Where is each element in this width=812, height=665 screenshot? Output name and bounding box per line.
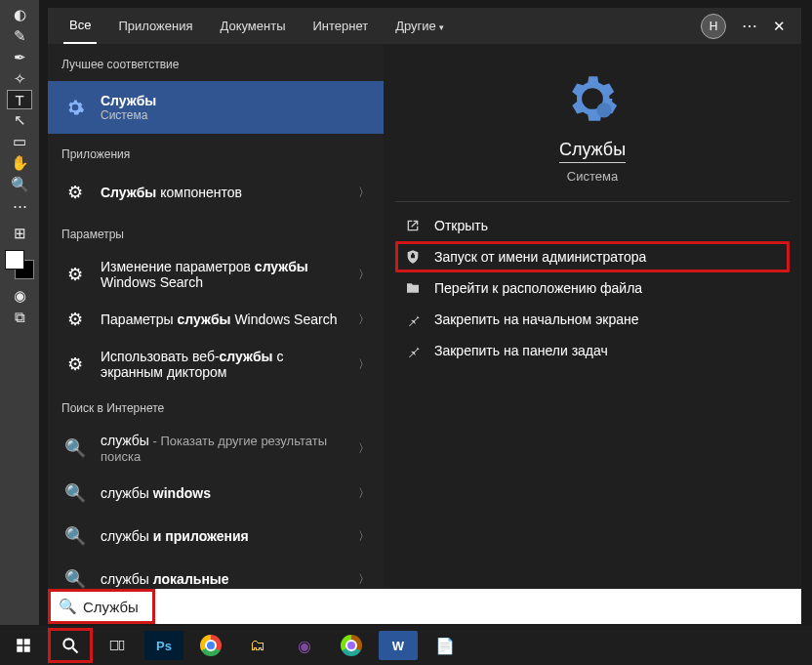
screenmode-icon[interactable]: ⧉ [6,307,33,328]
tab-documents[interactable]: Документы [214,9,291,43]
chevron-right-icon: 〉 [358,356,370,373]
result-best-match[interactable]: Службы Система [48,81,384,134]
chevron-down-icon: ▾ [439,22,444,32]
taskbar-notepad[interactable]: 📄 [426,631,465,660]
svg-point-0 [596,103,611,117]
section-apps: Приложения [48,134,384,171]
result-web-windows[interactable]: 🔍 службы windows 〉 [48,472,384,515]
chevron-right-icon: 〉 [358,267,370,283]
search-icon: 🔍 [61,522,89,550]
chevron-right-icon: 〉 [358,485,370,502]
tab-internet[interactable]: Интернет [306,9,374,43]
svg-rect-4 [119,642,124,650]
chevron-right-icon: 〉 [358,185,370,201]
healing-tool[interactable]: ✎ [6,25,33,47]
gear-icon [61,94,89,121]
search-box[interactable]: 🔍 [48,589,155,624]
search-filter-tabs: Все Приложения Документы Интернет Другие… [48,8,801,44]
gears-icon: ⚙ [61,179,89,206]
brush-tool[interactable]: ✒ [6,47,33,68]
search-icon: 🔍 [61,435,89,462]
gear-large-icon [567,73,618,128]
result-title: Службы [101,93,370,108]
pin-icon [405,343,421,358]
chevron-right-icon: 〉 [358,440,370,457]
app-left-toolbar: ◐ ✎ ✒ ✧ T ↖ ▭ ✋ 🔍 ⋯ ⊞ ◉ ⧉ [0,0,39,625]
pointer-tool[interactable]: ↖ [6,109,33,131]
section-settings: Параметры [48,214,384,251]
search-input-row: 🔍 [48,589,801,624]
search-icon: 🔍 [59,598,77,615]
zoom-tool[interactable]: 🔍 [6,174,33,195]
detail-subtitle: Система [567,169,618,184]
chevron-right-icon: 〉 [358,571,370,588]
svg-rect-3 [110,642,118,650]
taskbar-tor[interactable]: ◉ [285,631,324,660]
result-web-more[interactable]: 🔍 службы - Показать другие результаты по… [48,425,384,472]
result-subtitle: Система [101,108,370,122]
result-setting-narrator-web[interactable]: ⚙ Использовать веб-службы с экранным дик… [48,341,384,388]
detail-column: Службы Система Открыть Запуск от имени а… [384,44,801,601]
action-pin-taskbar[interactable]: Закрепить на панели задач [395,335,790,366]
action-open-location[interactable]: Перейти к расположению файла [395,272,790,304]
taskbar-word[interactable]: W [379,631,418,660]
start-button[interactable] [0,626,47,665]
more-tools[interactable]: ⋯ [6,195,33,217]
text-tool[interactable]: T [7,90,32,109]
taskbar: Ps 🗂 ◉ W 📄 [0,626,812,665]
search-input[interactable] [83,599,151,615]
chevron-right-icon: 〉 [358,528,370,545]
windows-search-panel: Все Приложения Документы Интернет Другие… [48,8,801,590]
stamp-tool[interactable]: ✧ [6,68,33,90]
result-web-apps[interactable]: 🔍 службы и приложения 〉 [48,515,384,558]
search-icon: 🔍 [61,479,89,507]
taskbar-chrome-canary[interactable] [332,631,371,660]
taskbar-chrome[interactable] [191,631,230,660]
tab-apps[interactable]: Приложения [112,9,198,43]
result-app-component-services[interactable]: ⚙ Службы компонентов 〉 [48,171,384,214]
close-icon[interactable]: ✕ [773,18,786,35]
avatar[interactable]: Н [701,14,726,39]
shape-tool[interactable]: ▭ [6,131,33,152]
shield-icon [405,249,421,265]
settings-icon: ⚙ [61,306,89,333]
settings-icon: ⚙ [61,351,89,378]
chevron-right-icon: 〉 [358,312,370,328]
open-icon [405,218,421,233]
hand-tool[interactable]: ✋ [6,152,33,174]
taskbar-photoshop[interactable]: Ps [144,631,183,660]
svg-line-2 [73,648,78,653]
action-open[interactable]: Открыть [395,210,790,241]
taskbar-explorer[interactable]: 🗂 [238,631,277,660]
tab-all[interactable]: Все [63,8,97,44]
result-setting-service-params[interactable]: ⚙ Параметры службы Windows Search 〉 [48,298,384,341]
color-swatch[interactable] [5,250,34,279]
quickmask-icon[interactable]: ◉ [6,285,33,307]
pin-icon [405,312,421,327]
action-run-as-admin[interactable]: Запуск от имени администратора [395,241,790,272]
task-view-button[interactable] [94,626,141,665]
taskbar-search-button[interactable] [48,628,93,663]
search-box-extension[interactable] [155,589,801,624]
action-pin-start[interactable]: Закрепить на начальном экране [395,304,790,335]
result-setting-change-service-params[interactable]: ⚙ Изменение параметров службы Windows Se… [48,251,384,298]
eyedropper-tool[interactable]: ◐ [6,4,33,25]
folder-icon [405,280,421,296]
section-best-match: Лучшее соответствие [48,44,384,81]
edit-toolbar-icon[interactable]: ⊞ [6,223,33,244]
section-web: Поиск в Интернете [48,388,384,425]
settings-icon: ⚙ [61,261,89,288]
detail-title[interactable]: Службы [559,140,626,163]
tab-other[interactable]: Другие ▾ [389,9,450,43]
more-icon[interactable]: ⋯ [742,17,757,35]
results-column: Лучшее соответствие Службы Система Прило… [48,44,384,601]
svg-point-1 [63,639,73,648]
